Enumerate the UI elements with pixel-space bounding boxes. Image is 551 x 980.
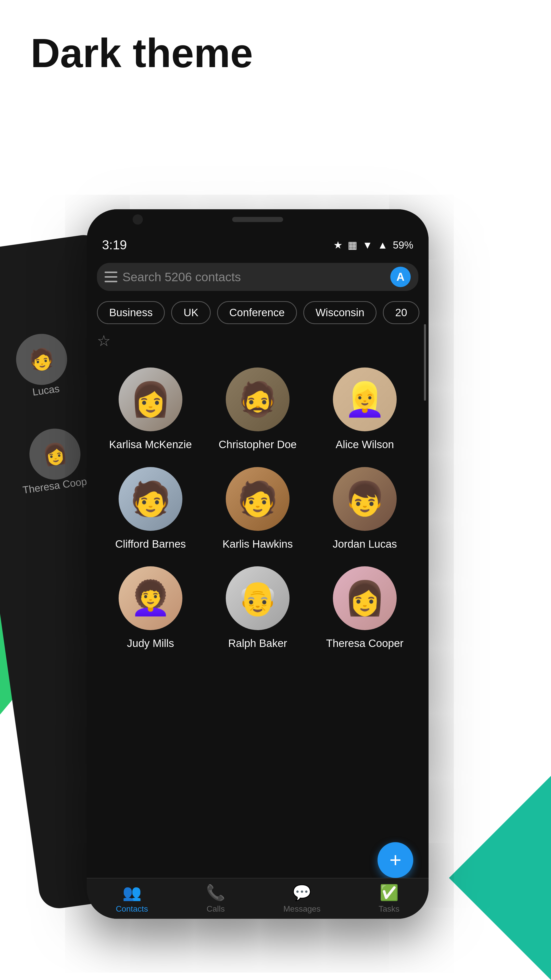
nav-tasks[interactable]: ✅ Tasks: [379, 883, 400, 914]
calls-nav-label: Calls: [206, 904, 225, 914]
menu-icon[interactable]: [105, 272, 118, 282]
contact-name-6: Judy Mills: [127, 636, 174, 651]
messages-nav-icon: 💬: [292, 883, 311, 902]
avatar-clifford-barnes: 🧑: [119, 467, 183, 531]
avatar-christopher-doe: 🧔: [226, 368, 289, 431]
tasks-nav-icon: ✅: [380, 883, 399, 902]
contacts-grid: 👩 Karlisa McKenzie 🧔 Christopher Doe 👱‍♀…: [87, 352, 429, 666]
status-icons: ★ ▦ ▼ ▲ 59%: [333, 239, 413, 251]
contact-cell-1[interactable]: 🧔 Christopher Doe: [204, 360, 311, 460]
contact-name-5: Jordan Lucas: [333, 537, 397, 551]
page-title: Dark theme: [0, 0, 551, 76]
bluetooth-icon: ★: [333, 239, 343, 251]
phone-camera: [133, 215, 143, 224]
tasks-nav-label: Tasks: [379, 904, 400, 914]
contact-name-3: Clifford Barnes: [115, 537, 186, 551]
calls-nav-icon: 📞: [206, 883, 225, 902]
contact-name-7: Ralph Baker: [228, 636, 287, 651]
avatar-jordan-lucas: 👦: [333, 467, 397, 531]
nav-contacts[interactable]: 👥 Contacts: [116, 883, 148, 914]
contact-cell-8[interactable]: 👩 Theresa Cooper: [311, 558, 418, 658]
avatar-alice-wilson: 👱‍♀️: [333, 368, 397, 431]
filter-chips-row: Business UK Conference Wisconsin 20: [87, 299, 429, 329]
chip-conference[interactable]: Conference: [217, 301, 297, 324]
bg-avatar-1: 🧑: [13, 331, 70, 388]
chip-uk[interactable]: UK: [171, 301, 210, 324]
contacts-nav-label: Contacts: [116, 904, 148, 914]
contacts-nav-icon: 👥: [122, 883, 141, 902]
phone-wrapper: 🧑 Lucas 👩 Theresa Cooper 3:19 ★ ▦ ▼ ▲ 59…: [41, 209, 475, 919]
avatar-theresa-cooper: 👩: [333, 566, 397, 630]
bg-avatar-2: 👩: [26, 425, 84, 483]
contact-name-2: Alice Wilson: [336, 438, 394, 452]
avatar-ralph-baker: 👴: [226, 566, 289, 630]
status-bar: 3:19 ★ ▦ ▼ ▲ 59%: [87, 235, 429, 255]
messages-nav-label: Messages: [283, 904, 321, 914]
signal-icon: ▲: [378, 239, 388, 251]
contact-name-4: Karlis Hawkins: [222, 537, 292, 551]
chip-extra[interactable]: 20: [383, 301, 419, 324]
wifi-icon: ▼: [362, 239, 373, 251]
search-placeholder: Search 5206 contacts: [122, 270, 385, 284]
vibrate-icon: ▦: [348, 239, 357, 251]
contact-cell-0[interactable]: 👩 Karlisa McKenzie: [97, 360, 204, 460]
star-icon[interactable]: ☆: [97, 332, 111, 350]
fab-add-button[interactable]: +: [378, 842, 413, 878]
user-avatar-button[interactable]: A: [390, 267, 411, 287]
chip-business[interactable]: Business: [97, 301, 165, 324]
favorites-row: ☆: [87, 329, 429, 352]
contact-name-8: Theresa Cooper: [326, 636, 403, 651]
contact-cell-6[interactable]: 👩‍🦱 Judy Mills: [97, 558, 204, 658]
contact-cell-2[interactable]: 👱‍♀️ Alice Wilson: [311, 360, 418, 460]
battery-level: 59%: [393, 239, 413, 251]
scrollbar[interactable]: [424, 324, 426, 401]
avatar-judy-mills: 👩‍🦱: [119, 566, 183, 630]
nav-calls[interactable]: 📞 Calls: [206, 883, 225, 914]
contact-cell-7[interactable]: 👴 Ralph Baker: [204, 558, 311, 658]
phone-speaker: [232, 217, 283, 222]
avatar-karlisa-mckenzie: 👩: [119, 368, 183, 431]
contact-cell-5[interactable]: 👦 Jordan Lucas: [311, 460, 418, 559]
status-time: 3:19: [102, 238, 127, 252]
avatar-karlis-hawkins: 🧑: [226, 467, 289, 531]
chip-wisconsin[interactable]: Wisconsin: [303, 301, 376, 324]
main-phone: 3:19 ★ ▦ ▼ ▲ 59% Search 5206 contacts A …: [87, 209, 429, 919]
phone-top-bar: [87, 209, 429, 235]
bottom-navigation: 👥 Contacts 📞 Calls 💬 Messages ✅ Tasks: [87, 878, 429, 919]
contact-cell-3[interactable]: 🧑 Clifford Barnes: [97, 460, 204, 559]
contact-name-1: Christopher Doe: [219, 438, 297, 452]
nav-messages[interactable]: 💬 Messages: [283, 883, 321, 914]
search-bar[interactable]: Search 5206 contacts A: [97, 263, 418, 291]
contact-name-0: Karlisa McKenzie: [109, 438, 192, 452]
contact-cell-4[interactable]: 🧑 Karlis Hawkins: [204, 460, 311, 559]
